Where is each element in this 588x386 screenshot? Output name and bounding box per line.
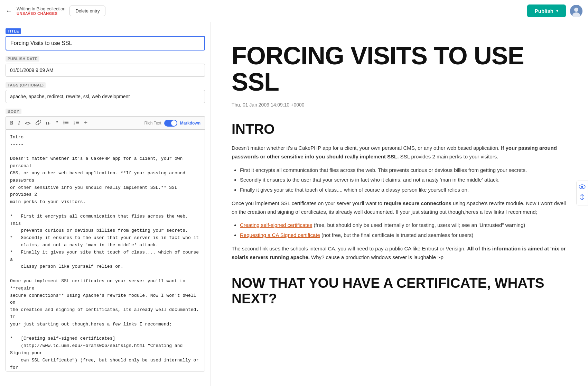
preview-date: Thu, 01 Jan 2009 14:09:10 +0000 (232, 102, 567, 108)
body-toolbar: B I <> H· " (6, 116, 205, 129)
avatar[interactable] (570, 5, 582, 17)
svg-point-5 (63, 122, 64, 123)
side-icons (576, 181, 588, 205)
body-label: BODY (6, 109, 21, 114)
svg-text:3.: 3. (74, 123, 75, 125)
code-icon[interactable]: <> (25, 120, 31, 126)
eye-icon[interactable] (579, 184, 586, 191)
unsaved-changes-label: UNSAVED CHANGES (17, 11, 65, 16)
preview-section-heading-1: NOW THAT YOU HAVE A CERTIFICATE, WHATS N… (232, 275, 567, 306)
tags-input[interactable] (6, 90, 205, 103)
toolbar-right: Rich Text Markdown (144, 120, 200, 127)
preview-section-body-0: Doesn't matter whether it's a CakePHP ap… (232, 144, 567, 261)
topbar: ← Writing in Blog collection UNSAVED CHA… (0, 0, 588, 22)
markdown-toggle[interactable] (164, 120, 177, 127)
quote-icon[interactable]: " (55, 120, 58, 126)
back-icon: ← (6, 7, 12, 15)
tags-block: TAGS (OPTIONAL) (6, 82, 205, 103)
toolbar-icons: B I <> H· " (10, 119, 87, 127)
publish-date-input[interactable] (6, 64, 205, 77)
publish-button[interactable]: Publish ▾ (527, 4, 566, 17)
markdown-label: Markdown (180, 121, 200, 126)
svg-point-1 (574, 8, 578, 12)
preview-title: FORCING VISITS TO USE SSL (232, 43, 567, 95)
svg-point-7 (63, 123, 64, 124)
publish-label: Publish (535, 8, 553, 14)
breadcrumb-info: Writing in Blog collection UNSAVED CHANG… (17, 6, 65, 16)
svg-point-16 (581, 186, 583, 188)
publish-date-block: PUBLISH DATE (6, 55, 205, 77)
unordered-list-icon[interactable] (63, 120, 69, 126)
preview-panel: FORCING VISITS TO USE SSL Thu, 01 Jan 20… (211, 22, 588, 386)
ordered-list-icon[interactable]: 1. 2. 3. (74, 120, 79, 126)
body-textarea[interactable]: Intro ----- Doesn't matter whether it's … (6, 129, 205, 371)
main-layout: TITLE PUBLISH DATE TAGS (OPTIONAL) BODY … (0, 22, 588, 386)
link-icon[interactable] (36, 120, 41, 127)
bold-icon[interactable]: B (10, 120, 13, 126)
publish-date-label: PUBLISH DATE (6, 56, 39, 62)
breadcrumb: Writing in Blog collection (17, 6, 65, 11)
heading-icon[interactable]: H· (46, 120, 50, 126)
plus-icon[interactable]: + (84, 119, 87, 127)
preview-section-heading-0: INTRO (232, 121, 567, 137)
user-avatar-image (570, 5, 582, 17)
body-section: BODY B I <> H· " (6, 108, 205, 373)
move-up-icon[interactable] (579, 194, 585, 202)
back-button[interactable]: ← (6, 7, 12, 15)
tags-label: TAGS (OPTIONAL) (6, 82, 46, 88)
svg-point-3 (63, 120, 64, 121)
italic-icon[interactable]: I (18, 120, 20, 126)
topbar-left: ← Writing in Blog collection UNSAVED CHA… (6, 6, 105, 16)
title-label: TITLE (6, 28, 21, 34)
delete-entry-button[interactable]: Delete entry (69, 6, 105, 16)
rich-text-label: Rich Text (144, 121, 161, 126)
topbar-right: Publish ▾ (527, 4, 582, 17)
editor-panel: TITLE PUBLISH DATE TAGS (OPTIONAL) BODY … (0, 22, 211, 386)
publish-chevron-icon: ▾ (556, 9, 558, 13)
title-input[interactable] (6, 36, 205, 50)
